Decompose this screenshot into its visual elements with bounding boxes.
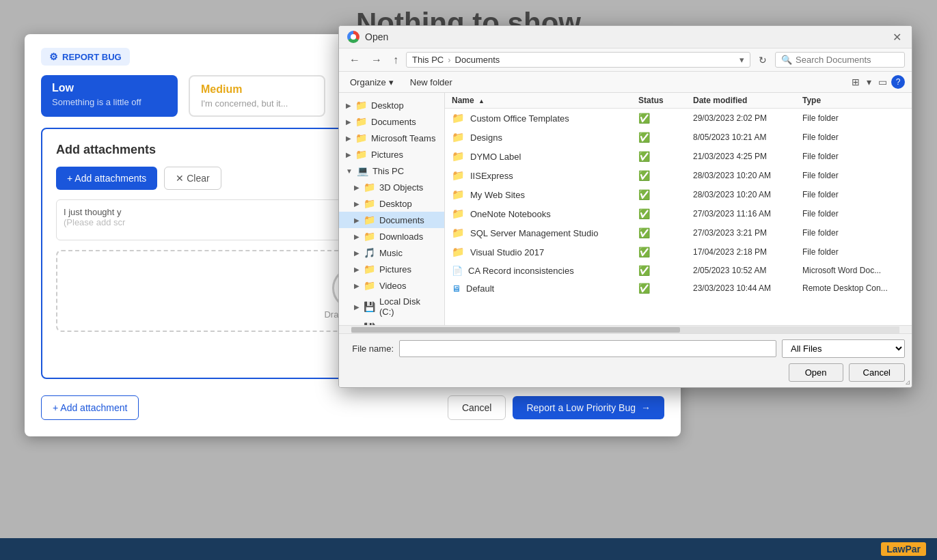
clear-button[interactable]: ✕ Clear bbox=[164, 167, 221, 190]
type-cell: File folder bbox=[802, 209, 905, 219]
nav-item-this-pc[interactable]: ▼ 💻 This PC bbox=[339, 163, 444, 179]
date-cell: 28/03/2023 10:20 AM bbox=[693, 190, 802, 199]
status-check-icon: ✅ bbox=[638, 189, 650, 200]
expand-arrow-icon: ▶ bbox=[346, 135, 351, 142]
expand-arrow-icon: ▶ bbox=[354, 233, 359, 240]
dialog-open-button[interactable]: Open bbox=[789, 363, 843, 382]
report-bug-button[interactable]: Report a Low Priority Bug → bbox=[513, 396, 664, 419]
col-date-header[interactable]: Date modified bbox=[693, 96, 802, 105]
resize-handle[interactable]: ⊿ bbox=[905, 378, 910, 386]
tab-low[interactable]: Low Something is a little off bbox=[41, 75, 178, 117]
expand-arrow-icon: ▶ bbox=[354, 216, 359, 224]
col-status-header[interactable]: Status bbox=[638, 96, 693, 105]
nav-back-button[interactable]: ← bbox=[346, 53, 364, 68]
file-row[interactable]: 📄CA Record inconsistencies ✅ 2/05/2023 1… bbox=[445, 262, 912, 279]
folder-icon: 📁 bbox=[364, 182, 375, 193]
dialog-bottom: File name: All Files Open Cancel bbox=[339, 333, 912, 387]
col-name-header[interactable]: Name ▲ bbox=[452, 96, 638, 105]
file-row[interactable]: 📁Visual Studio 2017 ✅ 17/04/2023 2:18 PM… bbox=[445, 242, 912, 262]
file-row[interactable]: 📁Designs ✅ 8/05/2023 10:21 AM File folde… bbox=[445, 128, 912, 147]
dialog-cancel-button[interactable]: Cancel bbox=[849, 363, 905, 382]
horizontal-scrollbar[interactable] bbox=[339, 325, 912, 333]
disk-icon: 💾 bbox=[364, 322, 375, 325]
modal-cancel-button[interactable]: Cancel bbox=[448, 395, 506, 420]
folder-icon: 📁 bbox=[364, 231, 375, 242]
file-name-cell: 📁IISExpress bbox=[452, 169, 638, 182]
nav-item-pictures-1[interactable]: ▶ 📁 Pictures bbox=[339, 146, 444, 163]
search-input[interactable] bbox=[796, 55, 891, 65]
file-name-label: File name: bbox=[346, 344, 394, 354]
date-cell: 29/03/2023 2:02 PM bbox=[693, 113, 802, 123]
dialog-toolbar: ← → ↑ This PC › Documents ▾ ↻ 🔍 bbox=[339, 48, 912, 72]
view-details-button[interactable]: ▾ bbox=[864, 75, 874, 89]
file-name-input[interactable] bbox=[399, 340, 776, 357]
status-cell: ✅ bbox=[638, 132, 693, 143]
date-cell: 21/03/2023 4:25 PM bbox=[693, 152, 802, 161]
add-attachments-button[interactable]: + Add attachments bbox=[56, 167, 157, 190]
status-check-icon: ✅ bbox=[638, 227, 650, 238]
status-cell: ✅ bbox=[638, 247, 693, 257]
date-cell: 2/05/2023 10:52 AM bbox=[693, 266, 802, 275]
nav-item-documents-1[interactable]: ▶ 📁 Documents bbox=[339, 113, 444, 130]
left-nav: ▶ 📁 Desktop ▶ 📁 Documents ▶ 📁 Microsoft … bbox=[339, 93, 445, 325]
folder-icon: 📁 bbox=[452, 112, 465, 124]
type-cell: File folder bbox=[802, 171, 905, 180]
type-cell: File folder bbox=[802, 247, 905, 257]
expand-arrow-icon: ▶ bbox=[354, 200, 359, 208]
file-open-dialog: Open ✕ ← → ↑ This PC › Documents ▾ ↻ 🔍 O… bbox=[338, 25, 912, 388]
file-row[interactable]: 📁OneNote Notebooks ✅ 27/03/2023 11:16 AM… bbox=[445, 204, 912, 223]
nav-item-videos[interactable]: ▶ 📁 Videos bbox=[339, 277, 444, 294]
tab-medium[interactable]: Medium I'm concerned, but it... bbox=[189, 75, 325, 117]
view-preview-button[interactable]: ▭ bbox=[875, 75, 890, 89]
refresh-button[interactable]: ↻ bbox=[755, 53, 771, 68]
footer-bar: LawPar bbox=[0, 538, 937, 560]
nav-item-music[interactable]: ▶ 🎵 Music bbox=[339, 244, 444, 261]
file-row[interactable]: 📁DYMO Label ✅ 21/03/2023 4:25 PM File fo… bbox=[445, 147, 912, 166]
nav-item-desktop-1[interactable]: ▶ 📁 Desktop bbox=[339, 97, 444, 113]
file-name-cell: 📄CA Record inconsistencies bbox=[452, 266, 638, 276]
file-row[interactable]: 📁IISExpress ✅ 28/03/2023 10:20 AM File f… bbox=[445, 166, 912, 185]
date-cell: 8/05/2023 10:21 AM bbox=[693, 132, 802, 142]
type-cell: File folder bbox=[802, 152, 905, 161]
status-cell: ✅ bbox=[638, 227, 693, 238]
col-type-header[interactable]: Type bbox=[802, 96, 905, 105]
folder-icon: 📁 bbox=[452, 208, 465, 220]
new-folder-button[interactable]: New folder bbox=[406, 76, 457, 89]
organize-bar: Organize ▾ New folder ⊞ ▾ ▭ ? bbox=[339, 72, 912, 93]
status-cell: ✅ bbox=[638, 208, 693, 219]
nav-item-msteams[interactable]: ▶ 📁 Microsoft Teams bbox=[339, 130, 444, 146]
file-row[interactable]: 📁SQL Server Management Studio ✅ 27/03/20… bbox=[445, 223, 912, 242]
dialog-close-button[interactable]: ✕ bbox=[890, 30, 904, 44]
report-bug-label: Report a Low Priority Bug bbox=[526, 402, 636, 413]
file-row[interactable]: 🖥Default ✅ 23/03/2023 10:44 AM Remote De… bbox=[445, 279, 912, 297]
nav-item-downloads[interactable]: ▶ 📁 Downloads bbox=[339, 228, 444, 244]
status-cell: ✅ bbox=[638, 170, 693, 181]
nav-up-button[interactable]: ↑ bbox=[390, 53, 402, 68]
view-list-button[interactable]: ⊞ bbox=[849, 75, 863, 89]
type-cell: File folder bbox=[802, 132, 905, 142]
nav-item-3d-objects[interactable]: ▶ 📁 3D Objects bbox=[339, 179, 444, 195]
computer-icon: 💻 bbox=[357, 165, 368, 176]
address-bar[interactable]: This PC › Documents ▾ bbox=[406, 52, 750, 68]
expand-arrow-icon: ▶ bbox=[354, 324, 359, 326]
file-row[interactable]: 📁Custom Office Templates ✅ 29/03/2023 2:… bbox=[445, 109, 912, 128]
nav-item-pictures-2[interactable]: ▶ 📁 Pictures bbox=[339, 261, 444, 277]
nav-forward-button[interactable]: → bbox=[368, 53, 385, 68]
help-button[interactable]: ? bbox=[891, 75, 905, 89]
nav-item-documents-2[interactable]: ▶ 📁 Documents bbox=[339, 212, 444, 228]
file-row[interactable]: 📁My Web Sites ✅ 28/03/2023 10:20 AM File… bbox=[445, 185, 912, 204]
status-check-icon: ✅ bbox=[638, 151, 650, 162]
nav-item-locus[interactable]: ▶ 💾 Locus (L:) bbox=[339, 320, 444, 325]
nav-item-desktop-2[interactable]: ▶ 📁 Desktop bbox=[339, 195, 444, 212]
organize-button[interactable]: Organize ▾ bbox=[346, 76, 398, 89]
badge-label: REPORT BUG bbox=[62, 52, 122, 62]
rdp-file-icon: 🖥 bbox=[452, 283, 461, 294]
add-attachment-button[interactable]: + Add attachment bbox=[41, 395, 139, 420]
address-dropdown-button[interactable]: ▾ bbox=[739, 55, 744, 65]
add-attachments-label: + Add attachments bbox=[67, 173, 146, 184]
file-type-select[interactable]: All Files bbox=[782, 339, 905, 358]
nav-item-local-disk[interactable]: ▶ 💾 Local Disk (C:) bbox=[339, 294, 444, 320]
status-check-icon: ✅ bbox=[638, 283, 650, 294]
date-cell: 27/03/2023 3:21 PM bbox=[693, 228, 802, 238]
music-icon: 🎵 bbox=[364, 247, 375, 258]
